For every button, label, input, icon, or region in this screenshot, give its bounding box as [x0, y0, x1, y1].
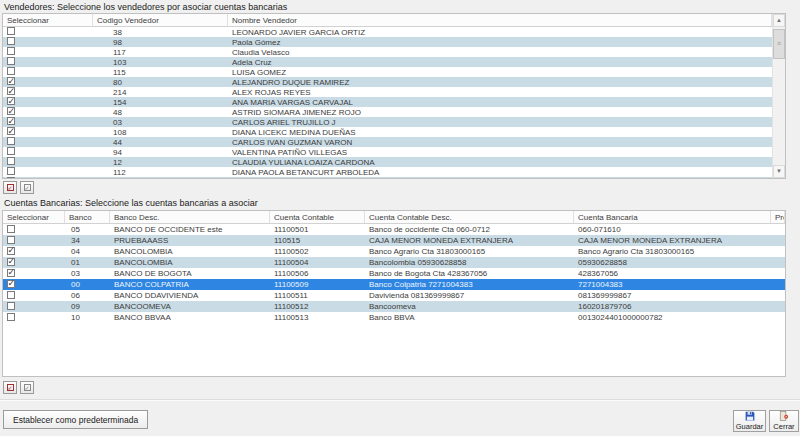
accounts-deselect-all-button[interactable]: ✓ — [20, 381, 34, 394]
account-row[interactable]: 10BANCO BBVAA11100513Banco BBVA001302440… — [3, 312, 785, 323]
row-checkbox[interactable] — [7, 147, 15, 155]
row-checkbox[interactable] — [7, 97, 15, 105]
nombre-vendedor-cell: ELISA MARIA CARDONA FRANCO — [228, 178, 772, 180]
row-checkbox[interactable] — [7, 247, 15, 255]
vendor-row[interactable]: 80ALEJANDRO DUQUE RAMIREZ — [3, 77, 772, 87]
row-checkbox[interactable] — [7, 177, 15, 179]
cuenta-contable-desc-cell: Banco Colpatria 7271004383 — [365, 280, 574, 289]
vendor-row[interactable]: 112DIANA PAOLA BETANCURT ARBOLEDA — [3, 167, 772, 177]
cuenta-contable-desc-cell: Davivienda 081369999867 — [365, 291, 574, 300]
nombre-vendedor-cell: DIANA PAOLA BETANCURT ARBOLEDA — [228, 168, 772, 177]
scrollbar-thumb[interactable]: ≡ — [773, 29, 785, 59]
select-cell — [3, 236, 65, 246]
vendors-section-label: Vendedores: Seleccione los vendedores po… — [4, 2, 287, 12]
accounts-grid: Seleccionar Banco Banco Desc. Cuenta Con… — [2, 210, 786, 377]
accounts-select-all-button[interactable]: ✓ — [3, 381, 17, 394]
set-default-button[interactable]: Establecer como predeterminada — [3, 410, 148, 429]
select-cell — [3, 247, 65, 257]
accounts-header-banco[interactable]: Banco — [65, 211, 110, 223]
row-checkbox[interactable] — [7, 225, 15, 233]
banco-desc-cell: BANCOOMEVA — [110, 302, 270, 311]
cuenta-bancaria-cell: 7271004383 — [574, 280, 771, 289]
row-checkbox[interactable] — [7, 157, 15, 165]
banco-cell: 00 — [65, 280, 110, 289]
account-row[interactable]: 09BANCOOMEVA11100512Bancoomeva1602018797… — [3, 301, 785, 312]
accounts-header-banco-desc[interactable]: Banco Desc. — [110, 211, 270, 223]
vendor-row[interactable]: 14ELISA MARIA CARDONA FRANCO — [3, 177, 772, 179]
account-row[interactable]: 06BANCO DDAVIVIENDA11100511Davivienda 08… — [3, 290, 785, 301]
vendors-select-all-button[interactable]: ✓ — [3, 181, 17, 194]
row-checkbox[interactable] — [7, 117, 15, 125]
vendor-row[interactable]: 154ANA MARIA VARGAS CARVAJAL — [3, 97, 772, 107]
vendor-row[interactable]: 98Paola Gómez — [3, 37, 772, 47]
row-checkbox[interactable] — [7, 27, 15, 35]
vendors-header-seleccionar[interactable]: Seleccionar — [3, 14, 93, 26]
row-checkbox[interactable] — [7, 87, 15, 95]
account-row[interactable]: 34PRUEBAAASS110515CAJA MENOR MONEDA EXTR… — [3, 235, 785, 246]
account-row[interactable]: 04BANCOLOMBIA11100502Banco Agrario Cta 3… — [3, 246, 785, 257]
accounts-header-cuenta-contable[interactable]: Cuenta Contable — [270, 211, 365, 223]
codigo-vendedor-cell: 94 — [93, 148, 228, 157]
vendor-row[interactable]: 214ALEX ROJAS REYES — [3, 87, 772, 97]
select-cell — [3, 127, 93, 137]
banco-cell: 09 — [65, 302, 110, 311]
row-checkbox[interactable] — [7, 236, 15, 244]
account-row[interactable]: 01BANCOLOMBIA11100504Bancolombia 0593062… — [3, 257, 785, 268]
nombre-vendedor-cell: VALENTINA PATIÑO VILLEGAS — [228, 148, 772, 157]
vendors-header-nombre[interactable]: Nombre Vendedor — [228, 14, 772, 26]
row-checkbox[interactable] — [7, 137, 15, 145]
account-row[interactable]: 03BANCO DE BOGOTA11100506Banco de Bogota… — [3, 268, 785, 279]
cuenta-contable-cell: 110515 — [270, 236, 365, 245]
cuenta-bancaria-cell: 160201879706 — [574, 302, 771, 311]
save-button[interactable]: Guardar — [733, 410, 766, 432]
accounts-header-cuenta-bancaria[interactable]: Cuenta Bancaria — [574, 211, 771, 223]
vendor-row[interactable]: 94VALENTINA PATIÑO VILLEGAS — [3, 147, 772, 157]
select-cell — [3, 57, 93, 67]
vendor-row[interactable]: 03CARLOS ARIEL TRUJILLO J — [3, 117, 772, 127]
vendor-row[interactable]: 117Claudia Velasco — [3, 47, 772, 57]
footer-separator — [0, 399, 800, 401]
row-checkbox[interactable] — [7, 57, 15, 65]
row-checkbox[interactable] — [7, 77, 15, 85]
row-checkbox[interactable] — [7, 47, 15, 55]
row-checkbox[interactable] — [7, 127, 15, 135]
vendor-row[interactable]: 12CLAUDIA YULIANA LOAIZA CARDONA — [3, 157, 772, 167]
accounts-header-pre[interactable]: Pre... — [771, 211, 785, 223]
accounts-header-seleccionar[interactable]: Seleccionar — [3, 211, 65, 223]
banco-desc-cell: BANCO DDAVIVIENDA — [110, 291, 270, 300]
row-checkbox[interactable] — [7, 302, 15, 310]
row-checkbox[interactable] — [7, 37, 15, 45]
row-checkbox[interactable] — [7, 269, 15, 277]
row-checkbox[interactable] — [7, 258, 15, 266]
select-cell — [3, 27, 93, 37]
cuenta-contable-cell: 11100501 — [270, 225, 365, 234]
vendors-scrollbar[interactable]: ▲ ≡ ▼ — [772, 14, 785, 178]
cuenta-contable-cell: 11100511 — [270, 291, 365, 300]
scroll-up-icon[interactable]: ▲ — [773, 14, 785, 27]
row-checkbox[interactable] — [7, 313, 15, 321]
row-checkbox[interactable] — [7, 291, 15, 299]
account-row[interactable]: 00BANCO COLPATRIA11100509Banco Colpatria… — [3, 279, 785, 290]
account-row[interactable]: 05BANCO DE OCCIDENTE este11100501Banco d… — [3, 224, 785, 235]
banco-cell: 34 — [65, 236, 110, 245]
vendor-row[interactable]: 115LUISA GOMEZ — [3, 67, 772, 77]
vendor-row[interactable]: 48ASTRID SIOMARA JIMENEZ ROJO — [3, 107, 772, 117]
cuenta-contable-desc-cell: Banco Agrario Cta 31803000165 — [365, 247, 574, 256]
vendor-row[interactable]: 103Adela Cruz — [3, 57, 772, 67]
banco-desc-cell: PRUEBAAASS — [110, 236, 270, 245]
row-checkbox[interactable] — [7, 107, 15, 115]
vendor-row[interactable]: 108DIANA LICEKC MEDINA DUEÑAS — [3, 127, 772, 137]
save-icon — [745, 411, 755, 421]
vendor-row[interactable]: 38LEONARDO JAVIER GARCIA ORTIZ — [3, 27, 772, 37]
close-button[interactable]: Cerrar — [769, 410, 799, 432]
vendor-row[interactable]: 44CARLOS IVAN GUZMAN VARON — [3, 137, 772, 147]
row-checkbox[interactable] — [7, 167, 15, 175]
accounts-header-cuenta-contable-desc[interactable]: Cuenta Contable Desc. — [365, 211, 574, 223]
scroll-down-icon[interactable]: ▼ — [773, 165, 785, 178]
close-icon — [779, 411, 789, 421]
vendors-deselect-all-button[interactable]: ✓ — [20, 181, 34, 194]
row-checkbox[interactable] — [7, 67, 15, 75]
vendors-header-codigo[interactable]: Codigo Vendedor — [93, 14, 228, 26]
row-checkbox[interactable] — [7, 280, 15, 288]
select-cell — [3, 280, 65, 290]
